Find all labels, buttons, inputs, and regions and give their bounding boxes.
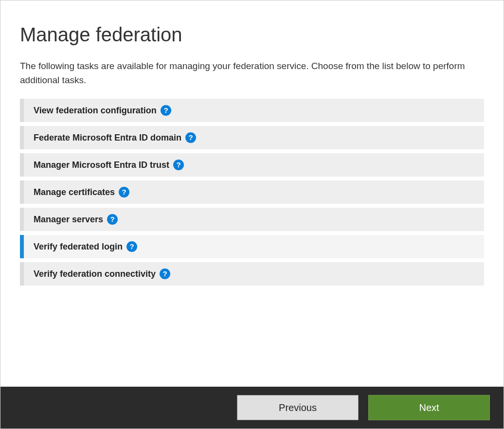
task-label: Verify federated login — [34, 242, 123, 252]
task-federate-entra-id-domain[interactable]: Federate Microsoft Entra ID domain ? — [20, 126, 484, 149]
help-icon[interactable]: ? — [173, 160, 184, 170]
task-list: View federation configuration ? Federate… — [20, 99, 484, 286]
next-button[interactable]: Next — [368, 395, 490, 420]
footer-bar: Previous Next — [0, 387, 504, 429]
svg-text:?: ? — [188, 133, 193, 142]
svg-text:?: ? — [163, 106, 168, 114]
help-icon[interactable]: ? — [185, 132, 196, 143]
task-label: View federation configuration — [34, 106, 157, 116]
svg-text:?: ? — [176, 161, 180, 169]
help-icon[interactable]: ? — [107, 214, 118, 225]
task-view-federation-configuration[interactable]: View federation configuration ? — [20, 99, 484, 122]
previous-button[interactable]: Previous — [237, 395, 359, 420]
task-label: Manager servers — [34, 214, 103, 225]
task-manage-certificates[interactable]: Manage certificates ? — [20, 180, 484, 204]
page-description: The following tasks are available for ma… — [20, 59, 484, 87]
help-icon[interactable]: ? — [126, 241, 137, 252]
task-verify-federated-login[interactable]: Verify federated login ? — [20, 235, 484, 258]
task-manager-entra-id-trust[interactable]: Manager Microsoft Entra ID trust ? — [20, 153, 484, 177]
task-label: Verify federation connectivity — [34, 269, 156, 279]
svg-text:?: ? — [110, 215, 115, 223]
help-icon[interactable]: ? — [160, 268, 170, 279]
page-title: Manage federation — [20, 24, 484, 46]
svg-text:?: ? — [162, 269, 167, 278]
task-label: Federate Microsoft Entra ID domain — [34, 133, 181, 143]
task-manager-servers[interactable]: Manager servers ? — [20, 208, 484, 231]
task-verify-federation-connectivity[interactable]: Verify federation connectivity ? — [20, 262, 484, 286]
task-label: Manage certificates — [34, 187, 115, 197]
svg-text:?: ? — [122, 188, 126, 196]
help-icon[interactable]: ? — [119, 187, 129, 197]
help-icon[interactable]: ? — [161, 105, 171, 116]
svg-text:?: ? — [129, 242, 134, 250]
task-label: Manager Microsoft Entra ID trust — [34, 160, 169, 170]
